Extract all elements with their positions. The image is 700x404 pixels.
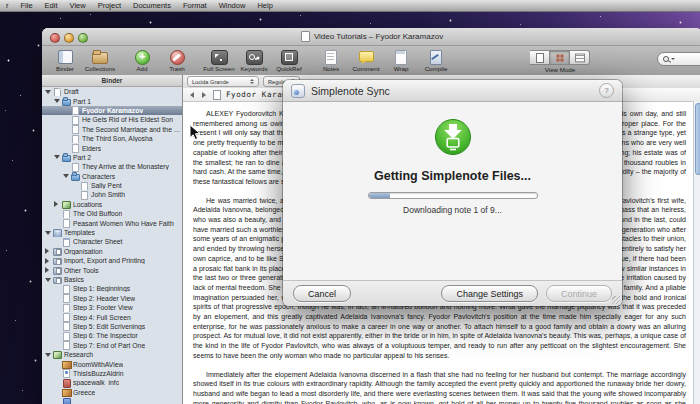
toolbar-button[interactable]: Collections — [83, 48, 117, 72]
toolbar-button[interactable]: Keywords — [237, 48, 271, 72]
menu-item[interactable]: Window — [213, 0, 252, 11]
change-settings-button[interactable]: Change Settings — [441, 285, 538, 302]
binder-item[interactable]: ThisIsBuzzAldrin — [42, 369, 182, 378]
editor-scrollbar[interactable] — [693, 101, 700, 404]
binder-item-label: The Second Marriage and the S… — [82, 126, 182, 133]
disclosure-triangle-icon[interactable] — [45, 278, 53, 282]
binder-item[interactable]: Draft — [42, 87, 182, 96]
binder-item[interactable]: Fyodor Karamazov — [42, 106, 182, 115]
binder-item[interactable] — [42, 397, 182, 404]
toolbar-button[interactable]: Compile — [419, 48, 453, 72]
continue-button[interactable]: Continue — [546, 285, 612, 302]
binder-item[interactable]: Step 3: Footer View — [42, 303, 182, 312]
binder-item[interactable]: Sally Pent — [42, 181, 182, 190]
binder-item[interactable]: Greece — [42, 388, 182, 397]
binder-item[interactable]: Other Tools — [42, 265, 182, 274]
disclosure-triangle-icon[interactable] — [54, 201, 62, 207]
toolbar-button[interactable]: Add — [125, 48, 159, 72]
binder-item[interactable]: Research — [42, 350, 182, 359]
view-mode-segment[interactable] — [530, 50, 550, 65]
disclosure-triangle-icon[interactable] — [54, 155, 62, 159]
binder-item-label: Step 7: End of Part One — [73, 342, 145, 349]
disclosure-triangle-icon[interactable] — [45, 231, 53, 235]
menu-item[interactable]: View — [64, 0, 92, 11]
binder-item[interactable]: John Smith — [42, 190, 182, 199]
toolbar-button[interactable]: Notes — [314, 48, 348, 72]
font-dropdown[interactable]: Lucida Grande — [187, 76, 259, 87]
binder-item[interactable]: Peasant Women Who Have Faith — [42, 218, 182, 227]
menu-item[interactable]: r — [0, 0, 15, 11]
binder-item[interactable]: Step 6: The Inspector — [42, 331, 182, 340]
toolbar-button[interactable]: Full Screen — [202, 48, 236, 72]
view-mode-segment[interactable] — [550, 50, 570, 65]
toolbar-button[interactable]: QuickRef — [272, 48, 306, 72]
zoom-button[interactable] — [78, 33, 88, 43]
window-title-group: Video Tutorials – Fyodor Karamazov — [301, 31, 443, 42]
menu-item[interactable]: Format — [177, 0, 213, 11]
view-mode-segment[interactable] — [570, 50, 590, 65]
binder-item-label: Characters — [82, 173, 115, 180]
menu-item[interactable]: File — [15, 0, 39, 11]
binder-item[interactable]: Templates — [42, 228, 182, 237]
toolbar-button-label: Notes — [314, 65, 348, 72]
minimize-button[interactable] — [64, 33, 74, 43]
binder-item[interactable]: spacewalk_info — [42, 378, 182, 387]
back-button[interactable] — [187, 90, 196, 99]
help-button[interactable]: ? — [599, 83, 614, 98]
toolbar-button-label: QuickRef — [272, 65, 306, 72]
binder-item[interactable]: Step 2: Header View — [42, 294, 182, 303]
binder-item[interactable]: Organisation — [42, 247, 182, 256]
menu-item[interactable]: Project — [92, 0, 127, 11]
toolbar-button-label: Keywords — [237, 65, 271, 72]
stepper-arrows-icon — [250, 79, 254, 84]
toolbar-button-label: Wrap — [384, 65, 418, 72]
disclosure-triangle-icon[interactable] — [45, 258, 53, 264]
notes-icon — [322, 49, 340, 64]
binder-item[interactable]: Step 4: Full Screen — [42, 312, 182, 321]
binder-item[interactable]: Characters — [42, 172, 182, 181]
chevron-down-icon — [671, 58, 675, 60]
doc-icon — [62, 322, 70, 330]
binder-item-label: Draft — [64, 88, 79, 95]
draft-icon — [53, 88, 61, 96]
toolbar-button[interactable]: Wrap — [384, 48, 418, 72]
disclosure-triangle-icon[interactable] — [45, 248, 53, 254]
forward-button[interactable] — [199, 90, 208, 99]
binder-item[interactable]: Character Sheet — [42, 237, 182, 246]
binder-item[interactable]: Part 2 — [42, 153, 182, 162]
scrollbar-thumb[interactable] — [695, 103, 700, 175]
menu-item[interactable]: Documents — [127, 0, 177, 11]
binder-item[interactable]: They Arrive at the Monastery — [42, 162, 182, 171]
toolbar-button[interactable]: Comment — [349, 48, 383, 72]
disclosure-triangle-icon[interactable] — [45, 267, 53, 273]
binder-item[interactable]: Locations — [42, 200, 182, 209]
menu-item[interactable]: Edit — [39, 0, 64, 11]
window-titlebar[interactable]: Video Tutorials – Fyodor Karamazov — [42, 28, 700, 46]
binder-item[interactable]: Part 1 — [42, 96, 182, 105]
binder-item[interactable]: Basics — [42, 275, 182, 284]
binder-item[interactable]: Elders — [42, 143, 182, 152]
toolbar-button[interactable]: Trash — [160, 48, 194, 72]
toolbar-button-label: Collections — [83, 65, 117, 72]
disclosure-triangle-icon[interactable] — [45, 353, 53, 357]
dialog-titlebar[interactable]: Simplenote Sync ? — [283, 80, 622, 102]
binder-item[interactable]: The Second Marriage and the S… — [42, 125, 182, 134]
view-mode-label: View Mode — [530, 66, 590, 73]
disclosure-triangle-icon[interactable] — [54, 99, 62, 103]
disclosure-triangle-icon[interactable] — [45, 90, 53, 94]
toolbar-button[interactable]: Binder — [48, 48, 82, 72]
binder-item[interactable]: Step 7: End of Part One — [42, 341, 182, 350]
binder-item[interactable]: Step 5: Edit Scrivenings — [42, 322, 182, 331]
close-button[interactable] — [50, 33, 60, 43]
disclosure-triangle-icon[interactable] — [63, 174, 71, 178]
search-input[interactable] — [657, 52, 700, 66]
binder-item[interactable]: Step 1: Beginnings — [42, 284, 182, 293]
folder-docs-icon — [53, 266, 61, 274]
binder-item[interactable]: He Gets Rid of His Eldest Son — [42, 115, 182, 124]
menu-item[interactable]: Help — [251, 0, 278, 11]
cancel-button[interactable]: Cancel — [293, 285, 351, 302]
binder-item[interactable]: RoomWithAView — [42, 359, 182, 368]
binder-item[interactable]: The Old Buffoon — [42, 209, 182, 218]
binder-item[interactable]: The Third Son, Alyosha — [42, 134, 182, 143]
binder-item[interactable]: Import, Export and Printing — [42, 256, 182, 265]
